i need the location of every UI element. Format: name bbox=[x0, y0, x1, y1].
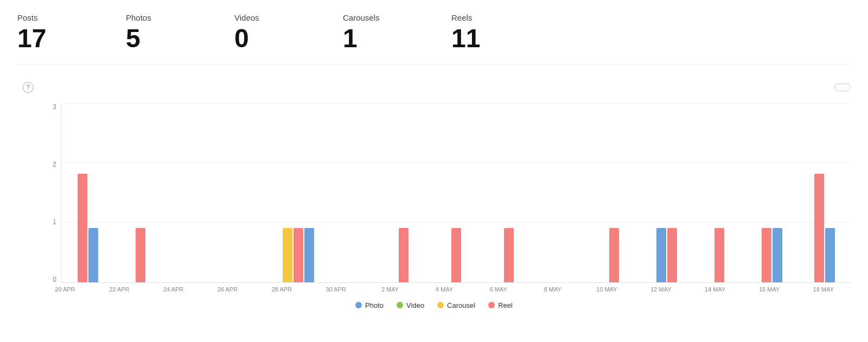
x-tick: 18 MAY bbox=[796, 283, 851, 293]
bar-photo bbox=[825, 228, 835, 282]
x-tick: 12 MAY bbox=[634, 283, 688, 293]
bars-wrapper bbox=[61, 104, 851, 282]
bar-group bbox=[745, 228, 798, 282]
legend-label-photo: Photo bbox=[365, 301, 384, 309]
y-tick: 1 bbox=[53, 219, 56, 225]
legend-dot-reel bbox=[488, 302, 495, 308]
bar-reel bbox=[504, 228, 514, 282]
bar-reel bbox=[667, 228, 677, 282]
stat-label: Carousels bbox=[343, 13, 430, 22]
x-tick: 2 MAY bbox=[363, 283, 417, 293]
y-tick: 2 bbox=[53, 161, 56, 168]
bar-photo bbox=[773, 228, 782, 282]
x-tick: 14 MAY bbox=[688, 283, 742, 293]
x-axis: 20 APR22 APR24 APR26 APR28 APR30 APR2 MA… bbox=[38, 283, 851, 293]
bar-carousel bbox=[283, 228, 292, 282]
bar-group bbox=[588, 228, 640, 282]
x-tick: 20 APR bbox=[38, 283, 92, 293]
x-tick: 10 MAY bbox=[580, 283, 634, 293]
legend-dot-carousel bbox=[437, 302, 444, 308]
y-tick: 3 bbox=[53, 104, 56, 110]
stat-item: Reels 11 bbox=[451, 13, 560, 53]
x-tick: 24 APR bbox=[146, 283, 201, 293]
x-tick: 22 APR bbox=[92, 283, 146, 293]
bar-photo bbox=[304, 228, 314, 282]
chart-plot bbox=[61, 104, 851, 283]
stat-label: Reels bbox=[451, 13, 538, 22]
bar-group bbox=[482, 228, 535, 282]
chart-header: ? bbox=[17, 82, 851, 93]
bar-group bbox=[430, 228, 482, 282]
bar-group bbox=[798, 174, 851, 282]
bar-group bbox=[114, 228, 167, 282]
bar-group bbox=[61, 174, 114, 282]
stat-value: 5 bbox=[126, 24, 213, 53]
x-tick: 4 MAY bbox=[417, 283, 471, 293]
y-axis: 3210 bbox=[44, 104, 61, 283]
x-tick: 16 MAY bbox=[742, 283, 796, 293]
bar-reel bbox=[814, 174, 824, 282]
stat-value: 0 bbox=[234, 24, 321, 53]
legend-label-carousel: Carousel bbox=[447, 301, 475, 309]
bar-reel bbox=[293, 228, 303, 282]
chart-section: ? 3210 20 APR22 APR24 APR26 APR28 AP bbox=[17, 82, 851, 321]
bar-reel bbox=[609, 228, 619, 282]
bar-group bbox=[272, 228, 324, 282]
x-tick: 26 APR bbox=[201, 283, 255, 293]
stat-label: Posts bbox=[17, 13, 104, 22]
chart-title-group: ? bbox=[17, 82, 39, 93]
stat-value: 11 bbox=[451, 24, 538, 53]
legend-item-reel: Reel bbox=[488, 301, 513, 309]
bar-reel bbox=[136, 228, 145, 282]
legend-dot-photo bbox=[355, 302, 362, 308]
stat-value: 1 bbox=[343, 24, 430, 53]
bar-reel bbox=[399, 228, 409, 282]
stat-label: Videos bbox=[234, 13, 321, 22]
bar-group bbox=[377, 228, 430, 282]
bar-group bbox=[693, 228, 745, 282]
legend-item-video: Video bbox=[397, 301, 424, 309]
stats-row: Posts 17 Photos 5 Videos 0 Carousels 1 R… bbox=[17, 13, 851, 65]
stat-item: Posts 17 bbox=[17, 13, 126, 53]
csv-button[interactable] bbox=[834, 84, 851, 91]
bar-group bbox=[640, 228, 693, 282]
stat-item: Videos 0 bbox=[234, 13, 343, 53]
x-tick: 28 APR bbox=[254, 283, 309, 293]
stat-value: 17 bbox=[17, 24, 104, 53]
bar-reel bbox=[78, 174, 87, 282]
legend-label-reel: Reel bbox=[498, 301, 513, 309]
legend-dot-video bbox=[397, 302, 403, 308]
legend-label-video: Video bbox=[406, 301, 424, 309]
x-tick: 8 MAY bbox=[526, 283, 580, 293]
x-tick: 30 APR bbox=[309, 283, 363, 293]
legend: Photo Video Carousel Reel bbox=[17, 301, 851, 309]
legend-item-photo: Photo bbox=[355, 301, 384, 309]
bar-reel bbox=[451, 228, 461, 282]
legend-item-carousel: Carousel bbox=[437, 301, 475, 309]
x-tick: 6 MAY bbox=[471, 283, 526, 293]
bar-photo bbox=[656, 228, 666, 282]
y-tick: 0 bbox=[53, 276, 56, 283]
info-icon[interactable]: ? bbox=[23, 82, 34, 93]
bar-reel bbox=[762, 228, 771, 282]
stat-label: Photos bbox=[126, 13, 213, 22]
stat-item: Photos 5 bbox=[126, 13, 234, 53]
chart-container: 3210 20 APR22 APR24 APR26 APR28 APR30 AP… bbox=[17, 104, 851, 321]
bar-reel bbox=[714, 228, 724, 282]
stat-item: Carousels 1 bbox=[343, 13, 451, 53]
bar-photo bbox=[88, 228, 98, 282]
